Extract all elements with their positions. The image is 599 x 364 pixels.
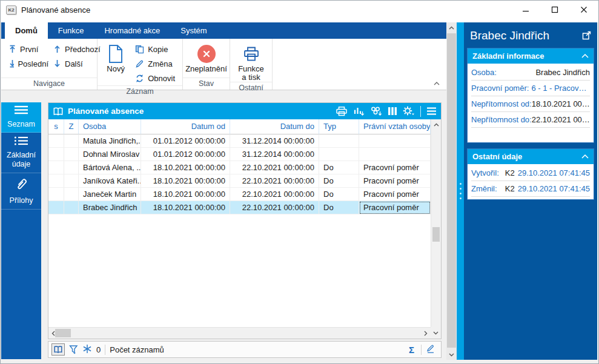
table-row[interactable]: Janíková Kateři... 18.10.2021 00:00:00 2… [48,174,431,188]
arrow-down-icon [53,59,61,68]
columns-icon[interactable] [388,106,397,116]
scroll-down-button[interactable] [446,349,457,360]
scroll-right-button[interactable] [421,328,431,339]
cell-datum-od[interactable]: 18.10.2021 00:00:00 [141,201,230,214]
table-horizontal-scrollbar[interactable] [48,327,431,339]
invalidate-button[interactable]: Zneplatnění [185,42,227,78]
cell-typ[interactable] [319,148,359,161]
cell-osoba[interactable]: Bártová Alena, ... [79,161,141,174]
detail-panel: Brabec Jindřich Základní informace Osoba… [464,22,597,360]
scroll-down-button[interactable] [431,327,441,339]
vertical-scroll-thumb[interactable] [447,33,456,348]
column-header-pravni-vztah[interactable]: Právní vztah osoby v [359,119,431,134]
first-button[interactable]: První [6,44,51,55]
cell-pravni-vztah[interactable]: Pracovní poměr [359,188,431,201]
section-header[interactable]: Základní informace [468,48,594,64]
cell-pravni-vztah[interactable]: Pracovní poměr [359,174,431,188]
column-header-typ[interactable]: Typ [319,119,359,134]
popout-button[interactable] [582,30,592,42]
table-row[interactable]: Matula Jindřich,... 01.01.2012 00:00:00 … [48,134,431,148]
maximize-button[interactable] [540,1,569,19]
cell-osoba[interactable]: Janeček Martin [79,188,141,201]
tab-domu[interactable]: Domů [5,22,48,39]
cell-typ[interactable]: Do [319,201,359,214]
cell-datum-od[interactable]: 18.10.2021 00:00:00 [141,161,230,174]
cell-typ[interactable] [319,134,359,148]
cell-typ[interactable]: Do [319,161,359,174]
cell-datum-od[interactable]: 18.10.2021 00:00:00 [141,174,230,188]
sidebar-item-zakladni-udaje[interactable]: Základní údaje [1,133,41,173]
table-row[interactable]: Janeček Martin 18.10.2021 00:00:00 22.10… [48,188,431,201]
cell-osoba[interactable]: Dohnal Miroslav [79,148,141,161]
column-header-z[interactable]: Z [64,119,79,134]
sidebar-item-seznam[interactable]: Seznam [1,102,41,133]
chevron-up-icon[interactable] [581,54,589,58]
table-row[interactable]: Bártová Alena, ... 18.10.2021 00:00:00 2… [48,161,431,174]
sidebar-item-prilohy[interactable]: Přílohy [1,173,41,210]
chart-icon[interactable] [353,106,365,116]
cell-datum-od[interactable]: 18.10.2021 00:00:00 [141,188,230,201]
main-vertical-scrollbar[interactable] [446,22,457,360]
chevron-up-icon[interactable] [581,154,589,159]
cell-datum-do[interactable]: 31.12.2014 00:00:00 [230,148,319,161]
cell-datum-od[interactable]: 01.01.2012 00:00:00 [141,134,230,148]
table-row-selected[interactable]: Brabec Jindřich 18.10.2021 00:00:00 22.1… [48,201,431,214]
freeze-button[interactable] [82,344,92,356]
cell-datum-do[interactable]: 22.10.2021 00:00:00 [230,201,319,214]
field-value-prefix: K2 [505,168,518,177]
cell-datum-od[interactable]: 01.01.2012 00:00:00 [141,148,230,161]
cell-pravni-vztah[interactable] [359,134,431,148]
menu-icon[interactable] [426,107,437,116]
column-header-datum-do[interactable]: Datum do [230,119,319,134]
tab-system[interactable]: Systém [170,22,217,39]
scroll-up-button[interactable] [446,22,457,33]
copy-button[interactable]: Kopie [133,42,177,56]
cell-datum-do[interactable]: 22.10.2021 00:00:00 [230,174,319,188]
related-records-icon[interactable] [370,106,382,116]
column-header-s[interactable]: s [48,119,64,134]
panel-splitter[interactable] [457,22,464,360]
vertical-scroll-thumb[interactable] [432,227,440,242]
cell-osoba[interactable]: Brabec Jindřich [79,201,141,214]
cell-pravni-vztah[interactable] [359,148,431,161]
tab-hromadne-akce[interactable]: Hromadné akce [94,22,170,39]
cell-typ[interactable]: Do [319,188,359,201]
cell-pravni-vztah-focused[interactable]: Pracovní poměr [359,201,431,214]
printer-icon [243,46,260,62]
list-menu-icon [14,105,28,117]
chevron-up-icon [449,26,454,30]
header-separator [420,106,421,117]
last-button[interactable]: Poslední [6,58,51,70]
cell-osoba[interactable]: Janíková Kateři... [79,174,141,188]
tab-funkce[interactable]: Funkce [48,22,94,39]
table-row[interactable]: Dohnal Miroslav 01.01.2012 00:00:00 31.1… [48,148,431,161]
sum-button[interactable]: Σ [406,345,417,355]
ribbon-collapse-button[interactable] [433,79,440,88]
book-view-button[interactable] [51,343,65,356]
column-header-osoba[interactable]: Osoba [79,119,141,134]
refresh-button[interactable]: Obnovit [133,71,177,85]
chevron-down-icon [433,331,438,335]
detail-row-nepritomnost-od: Nepřítomnost od: 18.10.2021 00:00:00 [471,96,590,112]
table-vertical-scrollbar[interactable] [431,119,441,327]
horizontal-scroll-thumb[interactable] [55,329,71,337]
cell-datum-do[interactable]: 22.10.2021 00:00:00 [230,188,319,201]
new-button[interactable]: Nový [102,42,129,85]
section-header[interactable]: Ostatní údaje [468,149,594,164]
minimize-button[interactable] [511,1,540,19]
settings-gear-icon[interactable] [403,106,415,116]
filter-button[interactable] [69,345,78,354]
cell-typ[interactable]: Do [319,174,359,188]
cell-datum-do[interactable]: 22.10.2021 00:00:00 [230,161,319,174]
functions-print-button[interactable]: Funkce a tisk [235,42,267,82]
change-button[interactable]: Změna [133,56,177,71]
close-button[interactable] [569,1,598,19]
scroll-up-button[interactable] [431,119,441,130]
cell-pravni-vztah[interactable]: Pracovní poměr [359,161,431,174]
edit-button[interactable] [426,344,438,356]
cell-osoba[interactable]: Matula Jindřich,... [79,134,141,148]
close-icon [580,6,587,13]
column-header-datum-od[interactable]: Datum od [141,119,230,134]
cell-datum-do[interactable]: 31.12.2014 00:00:00 [230,134,319,148]
print-icon[interactable] [336,106,348,116]
